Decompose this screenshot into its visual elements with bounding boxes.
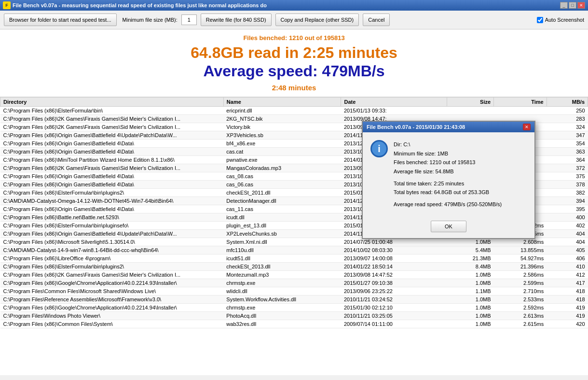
- table-cell: 2KG_NTSC.bik: [223, 114, 341, 123]
- table-cell: C:\Program Files (x86)\Origin Games\Batt…: [0, 205, 224, 213]
- table-cell: 2015/01/27 09:10:38: [341, 279, 447, 287]
- table-cell: 400: [547, 213, 588, 221]
- table-row: C:\Program Files (x86)\2K Games\Firaxis …: [0, 270, 588, 279]
- toolbar: Browser for folder to start read speed t…: [0, 11, 588, 29]
- table-cell: 5.4MB: [447, 246, 493, 254]
- table-cell: 382: [547, 188, 588, 197]
- dialog-title: File Bench v0.07a - 2015/01/30 21:43:08: [367, 124, 465, 130]
- col-header-directory: Directory: [0, 97, 224, 106]
- col-header-time: Time: [494, 97, 547, 106]
- table-cell: 378: [547, 180, 588, 188]
- table-cell: 1.0MB: [447, 270, 493, 279]
- table-cell: [447, 106, 493, 114]
- table-cell: 2.592ms: [494, 303, 547, 311]
- col-header-speed: MB/s: [547, 97, 588, 106]
- table-cell: 1.0MB: [447, 303, 493, 311]
- dialog-text-content: Dir: C:\ Minimum file size: 1MB Files be…: [394, 140, 502, 209]
- table-cell: MangasColoradas.mp3: [223, 164, 341, 172]
- browse-button[interactable]: Browser for folder to start read speed t…: [4, 14, 117, 26]
- table-cell: 363: [547, 147, 588, 155]
- dialog-files-benched: Files benched: 1210 out of 195813: [394, 158, 502, 167]
- table-cell: 2.613ms: [494, 311, 547, 320]
- table-cell: 2.710ms: [494, 287, 547, 295]
- auto-screenshot-label[interactable]: Auto Screenshot: [537, 17, 584, 23]
- table-cell: 372: [547, 164, 588, 172]
- table-cell: 283: [547, 114, 588, 123]
- table-cell: 2015/01/13 09:33:: [341, 106, 447, 114]
- close-button[interactable]: ✕: [577, 2, 585, 9]
- table-cell: 1.0MB: [447, 238, 493, 246]
- table-cell: C:\Program Files\Reference Assemblies\Mi…: [0, 295, 224, 303]
- table-cell: ericprint.dll: [223, 106, 341, 114]
- auto-screenshot-checkbox[interactable]: [537, 17, 543, 23]
- cancel-button[interactable]: Cancel: [363, 14, 390, 26]
- dialog-footer: OK: [363, 217, 534, 238]
- dialog-avg-speed: Average read speed: 479MB/s (250-520MB/s…: [394, 200, 502, 209]
- col-header-date: Date: [341, 97, 447, 106]
- table-cell: Victory.bik: [223, 123, 341, 131]
- table-cell: 250: [547, 106, 588, 114]
- dialog-avg-file-size: Average file size: 54.8MB: [394, 167, 502, 176]
- table-cell: 1.0MB: [447, 295, 493, 303]
- table-cell: C:\Program Files (x86)\Origin Games\Batt…: [0, 172, 224, 180]
- table-cell: C:\Program Files (x86)\Origin Games\Batt…: [0, 180, 224, 188]
- table-row: C:\Program Files\Reference Assemblies\Mi…: [0, 295, 588, 303]
- table-cell: 2.608ms: [494, 238, 547, 246]
- table-cell: C:\Program Files\Common Files\Microsoft …: [0, 287, 224, 295]
- table-cell: 8.4MB: [447, 262, 493, 270]
- dialog-min-file-size: Minimum file size: 1MB: [394, 149, 502, 158]
- table-cell: icudt51.dll: [223, 254, 341, 262]
- table-cell: C:\Program Files (x86)\2K Games\Firaxis …: [0, 270, 224, 279]
- table-cell: checkESt_2013.dll: [223, 262, 341, 270]
- table-cell: 21.396ms: [494, 262, 547, 270]
- table-cell: C:\Program Files (x86)\Origin Games\Batt…: [0, 131, 224, 139]
- table-cell: C:\Program Files (x86)\ElsterFormular\bi…: [0, 221, 224, 229]
- table-cell: 406: [547, 254, 588, 262]
- table-cell: 1.0MB: [447, 311, 493, 320]
- title-bar: F File Bench v0.07a - measuring sequenti…: [0, 0, 588, 11]
- table-cell: 402: [547, 221, 588, 229]
- rewrite-button[interactable]: Rewrite file (for 840 SSD): [201, 14, 272, 26]
- table-cell: 410: [547, 262, 588, 270]
- table-cell: 2.586ms: [494, 270, 547, 279]
- table-row: C:\Program Files (x86)\LibreOffice 4\pro…: [0, 254, 588, 262]
- dialog-dir: Dir: C:\: [394, 140, 502, 149]
- table-cell: 2.533ms: [494, 295, 547, 303]
- table-cell: C:\Program Files (x86)\Origin Games\Batt…: [0, 147, 224, 155]
- table-header-row: Directory Name Date Size Time MB/s: [0, 97, 588, 106]
- maximize-button[interactable]: □: [569, 2, 576, 9]
- table-cell: 364: [547, 155, 588, 164]
- info-dialog: File Bench v0.07a - 2015/01/30 21:43:08 …: [362, 121, 535, 239]
- table-cell: [494, 106, 547, 114]
- table-cell: cas.cat: [223, 147, 341, 155]
- table-cell: checkESt_2011.dll: [223, 188, 341, 197]
- table-cell: 2009/07/14 01:11:00: [341, 320, 447, 328]
- dialog-titlebar: File Bench v0.07a - 2015/01/30 21:43:08 …: [363, 122, 534, 132]
- dialog-total-bytes: Total bytes read: 64.8GB out of 253.3GB: [394, 188, 502, 197]
- table-row: C:\Program Files (x86)\Google\Chrome\App…: [0, 303, 588, 311]
- table-cell: System.Workflow.Activities.dll: [223, 295, 341, 303]
- table-cell: 2.599ms: [494, 279, 547, 287]
- table-cell: C:\Program Files (x86)\Microsoft Silverl…: [0, 238, 224, 246]
- dialog-close-button[interactable]: ✕: [523, 124, 531, 130]
- table-cell: 347: [547, 131, 588, 139]
- table-cell: PhotoAcq.dll: [223, 311, 341, 320]
- table-cell: C:\Program Files (x86)\Google\Chrome\App…: [0, 279, 224, 287]
- copy-replace-button[interactable]: Copy and Replace (other SSD): [275, 14, 359, 26]
- table-cell: C:\Program Files (x86)\ElsterFormular\bi…: [0, 106, 224, 114]
- stats-area: Files benched: 1210 out of 195813 64.8GB…: [0, 29, 588, 97]
- table-cell: 419: [547, 303, 588, 311]
- minimize-button[interactable]: _: [560, 2, 568, 9]
- dialog-ok-button[interactable]: OK: [431, 221, 466, 232]
- min-file-input[interactable]: [181, 14, 197, 25]
- table-cell: chrmstp.exe: [223, 303, 341, 311]
- table-row: C:\Program Files\Windows Photo Viewer\Ph…: [0, 311, 588, 320]
- dialog-info-icon: i: [370, 140, 388, 157]
- table-row: C:\AMD\AMD-Catalyst-14-9-win7-win8.1-64B…: [0, 246, 588, 254]
- table-cell: C:\Program Files (x86)\2K Games\Firaxis …: [0, 114, 224, 123]
- read-speed-line: 64.8GB read in 2:25 minutes: [10, 43, 578, 62]
- table-cell: XP2LevelsChunks.sb: [223, 229, 341, 238]
- table-cell: 2014/10/02 08:03:30: [341, 246, 447, 254]
- table-cell: C:\Program Files (x86)\Google\Chrome\App…: [0, 303, 224, 311]
- table-cell: C:\AMD\AMD-Catalyst-14-9-win7-win8.1-64B…: [0, 246, 224, 254]
